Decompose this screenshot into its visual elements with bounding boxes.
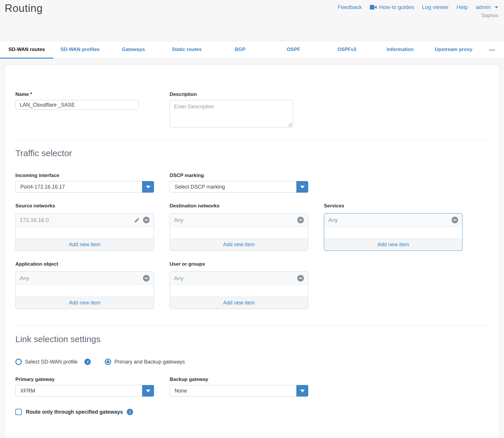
dropdown-caret-button[interactable] [296, 385, 308, 397]
page-title: Routing [5, 2, 43, 14]
tab-upstream-proxy[interactable]: Upstream proxy [427, 41, 480, 59]
radio-icon[interactable] [15, 359, 22, 365]
caret-down-icon [146, 390, 151, 392]
radio-label: Select SD-WAN profile [25, 359, 77, 365]
tab-static-routes[interactable]: Static routes [160, 41, 213, 59]
link-mode-radio-row: Select SD-WAN profile i Primary and Back… [15, 359, 489, 365]
dscp-marking-label: DSCP marking [170, 173, 308, 178]
list-item-value: 172.16.16.0 [20, 217, 49, 223]
link-selection-heading: Link selection settings [15, 334, 489, 344]
add-new-item-button[interactable]: Add new item [324, 238, 462, 251]
add-new-item-button[interactable]: Add new item [16, 297, 154, 309]
log-viewer-link[interactable]: Log viewer [422, 4, 449, 10]
caret-down-icon [146, 186, 151, 188]
remove-item-icon[interactable] [143, 217, 150, 223]
howto-guides-label: How-to guides [379, 4, 414, 10]
caret-down-icon [300, 390, 305, 392]
primary-gateway-label: Primary gateway [15, 377, 154, 382]
add-new-item-button[interactable]: Add new item [16, 238, 154, 251]
section-divider [15, 326, 489, 326]
caret-down-icon [300, 186, 305, 188]
help-link[interactable]: Help [456, 4, 468, 10]
description-textarea[interactable] [170, 100, 293, 127]
admin-menu[interactable]: admin [476, 4, 498, 10]
gateway-row: Primary gateway XFRM Backup gateway None [15, 377, 489, 397]
services-group: Services Any Add new item [324, 203, 463, 251]
info-icon[interactable]: i [127, 409, 133, 415]
tab-bar: SD-WAN routes SD-WAN profiles Gateways S… [0, 41, 504, 59]
traffic-selector-heading: Traffic selector [15, 148, 489, 158]
section-divider [15, 140, 489, 140]
dropdown-caret-button[interactable] [296, 181, 308, 193]
tab-sdwan-routes[interactable]: SD-WAN routes [0, 41, 53, 59]
list-item: Any [324, 213, 462, 227]
description-label: Description [170, 92, 308, 97]
primary-gateway-value: XFRM [20, 388, 35, 394]
backup-gateway-group: Backup gateway None [170, 377, 308, 397]
list-item-value: Any [328, 217, 338, 223]
tab-gateways[interactable]: Gateways [107, 41, 160, 59]
list-item: Any [170, 213, 308, 227]
services-listbox: Any Add new item [324, 213, 463, 251]
feedback-link[interactable]: Feedback [338, 4, 362, 10]
list-item-value: Any [20, 275, 29, 282]
destination-networks-listbox: Any Add new item [170, 213, 308, 251]
list-item: Any [170, 272, 308, 285]
dscp-marking-select[interactable]: Select DSCP marking [170, 181, 308, 193]
destination-networks-label: Destination networks [170, 203, 308, 209]
user-or-groups-group: User or groups Any Add new item [170, 261, 308, 309]
application-object-label: Application object [15, 261, 154, 267]
application-users-row: Application object Any Add new item User… [15, 261, 489, 309]
more-tabs-button[interactable]: ••• [480, 41, 504, 59]
primary-gateway-select[interactable]: XFRM [15, 385, 154, 397]
route-only-checkbox-row: Route only through specified gateways i [15, 409, 489, 415]
howto-guides-link[interactable]: How-to guides [370, 4, 414, 10]
add-new-item-button[interactable]: Add new item [170, 297, 308, 309]
backup-gateway-select[interactable]: None [170, 385, 308, 397]
tab-bgp[interactable]: BGP [213, 41, 267, 59]
services-label: Services [324, 203, 463, 209]
route-only-checkbox-label: Route only through specified gateways [26, 409, 123, 415]
list-item-value: Any [174, 275, 184, 282]
add-new-item-button[interactable]: Add new item [170, 238, 308, 251]
list-item: 172.16.16.0 [16, 213, 154, 227]
incoming-interface-select[interactable]: Port4-172.16.16.17 [15, 181, 154, 193]
remove-item-icon[interactable] [143, 275, 150, 282]
source-networks-label: Source networks [15, 203, 154, 209]
backup-gateway-label: Backup gateway [170, 377, 308, 382]
remove-item-icon[interactable] [297, 217, 304, 223]
edit-pencil-icon[interactable] [134, 217, 140, 223]
dscp-marking-value: Select DSCP marking [175, 184, 225, 190]
application-object-listbox: Any Add new item [15, 271, 154, 309]
route-form-card: Name * Description Traffic selector Inco… [5, 65, 499, 438]
tab-information[interactable]: Information [374, 41, 427, 59]
source-networks-listbox: 172.16.16.0 Add new item [15, 213, 154, 251]
radio-primary-backup-gateways[interactable]: Primary and Backup gateways [105, 359, 185, 365]
destination-networks-group: Destination networks Any Add new item [170, 203, 308, 251]
networks-row: Source networks 172.16.16.0 Add new item… [15, 203, 489, 251]
name-description-row: Name * Description [15, 92, 489, 129]
tab-ospfv3[interactable]: OSPFv3 [320, 41, 374, 59]
tab-sdwan-profiles[interactable]: SD-WAN profiles [53, 41, 107, 59]
description-field-group: Description [170, 92, 308, 129]
header-links: Feedback How-to guides Log viewer Help a… [338, 4, 498, 10]
radio-select-sdwan-profile[interactable]: Select SD-WAN profile i [15, 359, 91, 365]
dropdown-caret-button[interactable] [142, 385, 154, 397]
route-only-checkbox[interactable] [15, 409, 22, 415]
remove-item-icon[interactable] [297, 275, 304, 282]
user-or-groups-label: User or groups [170, 261, 308, 267]
dropdown-caret-button[interactable] [142, 181, 154, 193]
source-networks-group: Source networks 172.16.16.0 Add new item [15, 203, 154, 251]
radio-label: Primary and Backup gateways [114, 359, 185, 365]
radio-checked-icon[interactable] [105, 359, 111, 365]
tab-ospf[interactable]: OSPF [267, 41, 320, 59]
incoming-interface-label: Incoming interface [15, 173, 154, 178]
primary-gateway-group: Primary gateway XFRM [15, 377, 154, 397]
info-icon[interactable]: i [84, 359, 91, 365]
dscp-marking-group: DSCP marking Select DSCP marking [170, 173, 308, 193]
brand-label: Sophos [481, 13, 498, 19]
chevron-down-icon [495, 6, 498, 8]
backup-gateway-value: None [175, 388, 187, 394]
remove-item-icon[interactable] [452, 217, 458, 223]
name-input[interactable] [15, 100, 139, 110]
